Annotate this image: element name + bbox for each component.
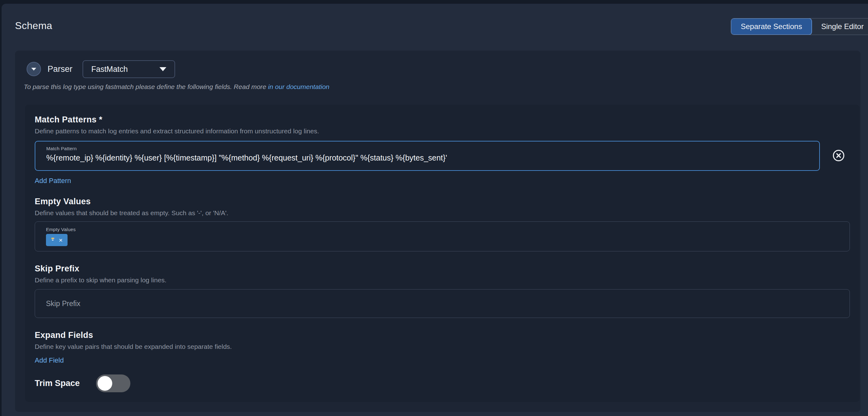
match-patterns-description: Define patterns to match log entries and… (35, 128, 319, 135)
expand-fields-description: Define key value pairs that should be ex… (35, 343, 232, 350)
add-field-link[interactable]: Add Field (35, 356, 64, 365)
editor-mode-toggle: Separate Sections Single Editor (731, 18, 868, 35)
remove-pattern-button[interactable] (832, 149, 845, 163)
note-text: To parse this log type using fastmatch p… (24, 83, 267, 90)
separate-sections-button[interactable]: Separate Sections (731, 18, 812, 35)
match-patterns-heading: Match Patterns * (35, 115, 102, 125)
trim-space-toggle[interactable] (96, 375, 130, 392)
page-title: Schema (15, 20, 52, 32)
parser-help-note: To parse this log type using fastmatch p… (24, 83, 330, 91)
match-pattern-input[interactable] (46, 153, 806, 163)
empty-values-heading: Empty Values (35, 197, 91, 206)
empty-values-field[interactable]: Empty Values "-" × (35, 221, 850, 251)
skip-prefix-input[interactable] (46, 300, 828, 308)
skip-prefix-heading: Skip Prefix (35, 264, 80, 274)
match-pattern-field-label: Match Pattern (46, 146, 819, 151)
trim-space-label: Trim Space (35, 379, 80, 388)
documentation-link[interactable]: in our documentation (268, 83, 329, 90)
circle-x-icon (832, 149, 845, 162)
chevron-down-icon (31, 68, 36, 71)
skip-prefix-field (35, 289, 850, 318)
skip-prefix-description: Define a prefix to skip when parsing log… (35, 276, 166, 284)
schema-page: Schema Separate Sections Single Editor P… (0, 0, 868, 416)
parser-select[interactable]: FastMatch (83, 60, 175, 78)
chip-close-quote: " (52, 237, 55, 243)
expand-fields-heading: Expand Fields (35, 331, 93, 340)
add-pattern-link[interactable]: Add Pattern (35, 177, 71, 185)
empty-values-field-label: Empty Values (46, 227, 849, 232)
match-pattern-field: Match Pattern (35, 141, 820, 171)
parser-selected-value: FastMatch (91, 65, 128, 74)
empty-values-description: Define values that should be treated as … (35, 209, 228, 217)
chevron-down-icon (159, 67, 166, 71)
chip-remove-icon[interactable]: × (59, 237, 63, 243)
empty-value-chip: "-" × (46, 234, 67, 246)
collapse-section-button[interactable] (27, 62, 41, 76)
toggle-knob (98, 376, 112, 391)
single-editor-button[interactable]: Single Editor (812, 19, 868, 35)
parser-label: Parser (48, 64, 72, 74)
